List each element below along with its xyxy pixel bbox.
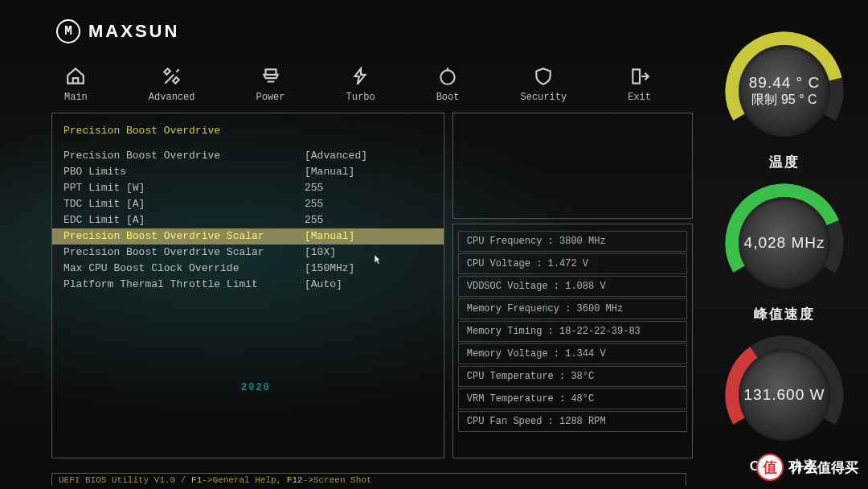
setting-value: [10X] — [305, 245, 336, 260]
exit-icon — [628, 66, 651, 87]
gauge-temperature: 89.44 ° C 限制 95 ° C 温度 — [704, 31, 865, 171]
setting-label: TDC Limit [A] — [63, 197, 305, 212]
setting-value: [Manual] — [305, 165, 354, 179]
setting-row[interactable]: Precision Boost Overdrive[Advanced] — [52, 148, 444, 164]
info-row: Memory Timing : 18-22-22-39-83 — [458, 321, 687, 342]
footer-f1: F1 — [191, 475, 202, 485]
setting-value: [Advanced] — [305, 149, 367, 163]
nav-boot[interactable]: Boot — [436, 66, 460, 103]
setting-label: Platform Thermal Throttle Limit — [63, 277, 305, 292]
tools-icon — [161, 66, 183, 87]
info-row: CPU Fan Speed : 1288 RPM — [458, 411, 687, 432]
info-row: VDDSOC Voltage : 1.088 V — [458, 276, 687, 297]
setting-label: Precision Boost Overdrive — [63, 149, 305, 163]
footer-f12-text: ->Screen Shot — [303, 475, 372, 485]
info-row: VRM Temperature : 48°C — [458, 388, 687, 409]
nav-turbo-label: Turbo — [346, 92, 375, 103]
footer-utility: UEFI BIOS Utility V1.0 / — [59, 475, 191, 485]
setting-value: 255 — [305, 197, 323, 212]
setting-label: PPT Limit [W] — [63, 181, 305, 195]
shield-icon — [532, 66, 555, 87]
setting-row[interactable]: EDC Limit [A]255 — [52, 212, 444, 228]
panel-title: Precision Boost Overdrive — [52, 125, 444, 137]
setting-row[interactable]: Precision Boost Overdrive Scalar[Manual] — [52, 228, 444, 244]
brand-name: MAXSUN — [88, 21, 179, 42]
turbo-icon — [350, 66, 372, 87]
nav-advanced[interactable]: Advanced — [149, 66, 195, 103]
info-row: Memory Voltage : 1.344 V — [458, 343, 687, 364]
nav-exit[interactable]: Exit — [628, 66, 651, 103]
boot-icon — [436, 66, 459, 87]
nav-security-label: Security — [521, 92, 567, 103]
settings-panel: Precision Boost Overdrive Precision Boos… — [51, 113, 444, 458]
gauge-temp-limit: 限制 95 ° C — [751, 92, 817, 109]
nav-security[interactable]: Security — [521, 66, 567, 103]
watermark-text: 什么值得买 — [790, 458, 858, 477]
setting-row[interactable]: Max CPU Boost Clock Override[150MHz] — [52, 261, 444, 277]
setting-label: PBO Limits — [63, 165, 305, 179]
setting-label: Precision Boost Overdrive Scalar — [63, 229, 305, 244]
brand-mark-icon: M — [56, 19, 80, 43]
description-panel — [452, 113, 693, 219]
setting-value: [150MHz] — [305, 261, 354, 276]
setting-label: Precision Boost Overdrive Scalar — [63, 245, 305, 260]
footer-f12: F12 — [287, 475, 303, 485]
setting-label: Max CPU Boost Clock Override — [63, 261, 305, 276]
gauge-frequency: 4,028 MHz 峰值速度 — [704, 183, 865, 323]
setting-value: [Auto] — [305, 277, 342, 292]
nav-power[interactable]: Power — [256, 66, 285, 103]
nav-boot-label: Boot — [436, 92, 460, 103]
top-nav: Main Advanced Power Turbo Boot Security … — [0, 50, 699, 109]
nav-main[interactable]: Main — [64, 66, 88, 103]
power-icon — [260, 66, 282, 87]
setting-value: [Manual] — [305, 229, 354, 244]
watermark: 值 什么值得买 — [756, 454, 858, 481]
setting-row[interactable]: Precision Boost Overdrive Scalar[10X] — [52, 244, 444, 261]
footer-f1-text: ->General Help, — [202, 475, 287, 485]
watermark-badge-icon: 值 — [756, 454, 784, 481]
info-row: CPU Voltage : 1.472 V — [458, 253, 687, 274]
nav-turbo[interactable]: Turbo — [346, 66, 375, 103]
setting-row[interactable]: Platform Thermal Throttle Limit[Auto] — [52, 277, 444, 293]
footer-bar: UEFI BIOS Utility V1.0 / F1->General Hel… — [51, 473, 686, 486]
nav-power-label: Power — [256, 92, 285, 103]
setting-row[interactable]: PBO Limits[Manual] — [52, 164, 444, 180]
brand-logo: M MAXSUN — [0, 13, 699, 50]
setting-row[interactable]: TDC Limit [A]255 — [52, 196, 444, 212]
system-info-panel: CPU Frequency : 3800 MHzCPU Voltage : 1.… — [452, 224, 693, 458]
setting-row[interactable]: PPT Limit [W]255 — [52, 180, 444, 196]
nav-exit-label: Exit — [628, 92, 651, 103]
home-icon — [64, 66, 87, 87]
setting-value: 255 — [305, 181, 323, 195]
gauge-freq-value: 4,028 MHz — [744, 234, 825, 252]
info-row: Memory Frequency : 3600 MHz — [458, 298, 687, 319]
svg-point-0 — [440, 70, 454, 84]
info-row: CPU Temperature : 38°C — [458, 366, 687, 387]
nav-main-label: Main — [64, 92, 88, 103]
setting-value: 255 — [305, 213, 323, 228]
gauge-temp-value: 89.44 ° C — [749, 74, 820, 92]
nav-advanced-label: Advanced — [149, 92, 195, 103]
info-row: CPU Frequency : 3800 MHz — [458, 231, 687, 252]
gauge-power-value: 131.600 W — [744, 386, 825, 404]
setting-label: EDC Limit [A] — [63, 213, 305, 228]
